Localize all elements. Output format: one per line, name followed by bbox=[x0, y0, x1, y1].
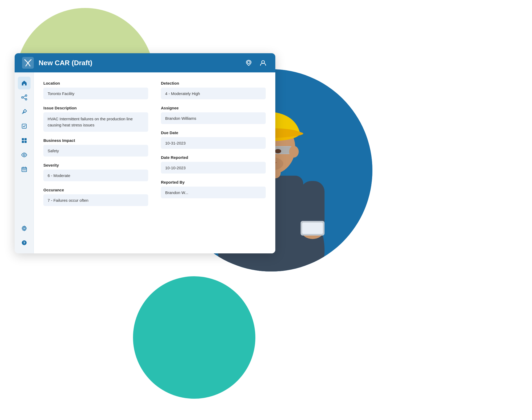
field-due-date: Due Date 10-31-2023 bbox=[161, 130, 266, 149]
svg-rect-41 bbox=[24, 138, 27, 140]
field-occurance-label: Occurance bbox=[43, 188, 148, 192]
header-actions bbox=[244, 58, 268, 68]
sidebar-item-help[interactable]: ? bbox=[18, 236, 31, 249]
field-assignee-value: Brandon Williams bbox=[161, 112, 266, 124]
svg-line-38 bbox=[22, 113, 23, 114]
sidebar-item-calendar[interactable] bbox=[18, 163, 31, 176]
svg-point-19 bbox=[275, 149, 281, 153]
app-body: ? Location Toronto Facility Issue Descri… bbox=[15, 72, 275, 253]
sidebar-item-settings[interactable] bbox=[18, 222, 31, 235]
sidebar-item-grid[interactable] bbox=[18, 134, 31, 147]
header-bar: New CAR (Draft) bbox=[15, 53, 275, 72]
svg-point-31 bbox=[247, 61, 250, 64]
sidebar-item-share[interactable] bbox=[18, 91, 31, 104]
svg-point-44 bbox=[23, 154, 25, 156]
field-location-value: Toronto Facility bbox=[43, 88, 148, 99]
app-logo bbox=[22, 57, 34, 69]
field-occurance-value: 7 - Failures occur often bbox=[43, 194, 148, 206]
field-due-date-value: 10-31-2023 bbox=[161, 137, 266, 149]
field-issue-description-label: Issue Description bbox=[43, 106, 148, 110]
field-severity: Severity 6 - Moderate bbox=[43, 163, 148, 181]
sidebar-item-eye[interactable] bbox=[18, 149, 31, 161]
field-reported-by-label: Reported By bbox=[161, 180, 266, 184]
svg-rect-39 bbox=[22, 124, 26, 128]
field-business-impact-label: Business Impact bbox=[43, 138, 148, 143]
sidebar: ? bbox=[15, 72, 34, 253]
decorative-circle-teal bbox=[133, 276, 255, 399]
field-date-reported-label: Date Reported bbox=[161, 155, 266, 160]
field-severity-value: 6 - Moderate bbox=[43, 170, 148, 181]
svg-point-52 bbox=[23, 228, 25, 229]
user-icon-button[interactable] bbox=[258, 58, 268, 68]
field-location: Location Toronto Facility bbox=[43, 81, 148, 99]
field-severity-label: Severity bbox=[43, 163, 148, 167]
field-detection-value: 4 - Moderately High bbox=[161, 88, 266, 99]
form-left-column: Location Toronto Facility Issue Descript… bbox=[43, 81, 148, 245]
sidebar-item-check[interactable] bbox=[18, 120, 31, 133]
svg-rect-43 bbox=[24, 141, 27, 143]
field-business-impact: Business Impact Safety bbox=[43, 138, 148, 157]
field-business-impact-value: Safety bbox=[43, 145, 148, 157]
app-window: New CAR (Draft) bbox=[15, 53, 275, 253]
svg-rect-42 bbox=[22, 141, 24, 143]
field-detection-label: Detection bbox=[161, 81, 266, 85]
svg-rect-10 bbox=[302, 223, 323, 234]
field-date-reported-value: 10-10-2023 bbox=[161, 162, 266, 174]
field-reported-by: Reported By Brandon W... bbox=[161, 180, 266, 198]
field-occurance: Occurance 7 - Failures occur often bbox=[43, 188, 148, 206]
field-due-date-label: Due Date bbox=[161, 130, 266, 135]
field-detection: Detection 4 - Moderately High bbox=[161, 81, 266, 99]
field-issue-description-value: HVAC Intermittent failures on the produc… bbox=[43, 112, 148, 132]
field-issue-description: Issue Description HVAC Intermittent fail… bbox=[43, 106, 148, 132]
svg-text:?: ? bbox=[23, 241, 25, 245]
form-content: Location Toronto Facility Issue Descript… bbox=[34, 72, 275, 253]
svg-rect-51 bbox=[25, 170, 26, 170]
svg-point-35 bbox=[25, 98, 27, 100]
field-assignee: Assignee Brandon Williams bbox=[161, 106, 266, 124]
sidebar-item-home[interactable] bbox=[18, 77, 31, 89]
field-location-label: Location bbox=[43, 81, 148, 85]
form-right-column: Detection 4 - Moderately High Assignee B… bbox=[161, 81, 266, 245]
svg-rect-50 bbox=[24, 170, 24, 170]
svg-rect-49 bbox=[23, 170, 23, 170]
sidebar-item-pin[interactable] bbox=[18, 105, 31, 118]
svg-line-36 bbox=[23, 96, 25, 97]
page-title: New CAR (Draft) bbox=[39, 59, 239, 67]
field-date-reported: Date Reported 10-10-2023 bbox=[161, 155, 266, 174]
svg-point-34 bbox=[22, 97, 23, 98]
field-reported-by-value: Brandon W... bbox=[161, 187, 266, 198]
svg-point-25 bbox=[289, 146, 299, 158]
field-assignee-label: Assignee bbox=[161, 106, 266, 110]
location-icon-button[interactable] bbox=[244, 58, 253, 68]
svg-line-37 bbox=[23, 98, 25, 99]
svg-rect-40 bbox=[22, 138, 24, 140]
svg-point-33 bbox=[25, 95, 27, 96]
